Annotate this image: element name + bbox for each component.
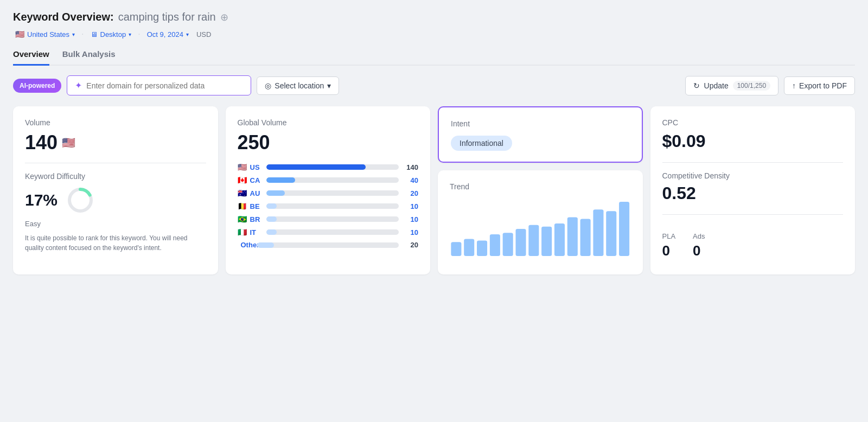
update-label: Update: [704, 81, 729, 90]
svg-rect-13: [593, 209, 603, 256]
svg-rect-5: [490, 234, 500, 256]
volume-flag: 🇺🇸: [62, 136, 75, 149]
separator-1: ·: [81, 29, 84, 39]
country-row: 🇧🇪 BE 10: [238, 202, 419, 210]
kd-label: Keyword Difficulty: [25, 172, 206, 181]
country-row: 🇺🇸 US 140: [238, 163, 419, 171]
country-bar-container: [266, 164, 399, 170]
svg-rect-6: [503, 233, 513, 256]
svg-rect-14: [606, 211, 616, 256]
country-bar-fill: [266, 229, 277, 235]
country-num-value: 10: [402, 215, 418, 223]
separator-2: ·: [138, 29, 140, 39]
gv-value: 250: [238, 131, 419, 154]
country-bar-container: [257, 242, 399, 248]
location-select-label: Select location: [275, 81, 324, 90]
country-filter-btn[interactable]: 🇺🇸 United States ▾: [13, 29, 77, 40]
country-flag-icon: 🇧🇪: [238, 202, 247, 210]
domain-input[interactable]: [86, 81, 243, 90]
country-flag: 🇺🇸: [15, 30, 24, 39]
add-keyword-icon[interactable]: ⊕: [220, 11, 228, 23]
divider-2: [662, 162, 844, 163]
country-flag-icon: 🇨🇦: [238, 176, 247, 184]
svg-rect-9: [541, 227, 552, 256]
country-bar-fill: [266, 190, 285, 196]
cd-label: Competitive Density: [662, 171, 844, 180]
country-bar-fill: [257, 242, 274, 248]
cd-value: 0.52: [662, 183, 844, 203]
export-icon: ↑: [792, 81, 796, 90]
country-row: 🇨🇦 CA 40: [238, 176, 419, 184]
date-filter-btn[interactable]: Oct 9, 2024 ▾: [145, 29, 191, 40]
tabs-container: Overview Bulk Analysis: [13, 49, 855, 66]
country-code-label: US: [250, 163, 263, 171]
country-rows: 🇺🇸 US 140 🇨🇦 CA 40 🇦🇺 AU 20 🇧🇪 BE: [238, 163, 419, 249]
ads-label: Ads: [693, 232, 705, 240]
pla-item: PLA 0: [662, 232, 676, 259]
pla-label: PLA: [662, 232, 676, 240]
page-title-keyword: camping tips for rain: [118, 11, 216, 23]
volume-kd-card: Volume 140 🇺🇸 Keyword Difficulty 17% Eas…: [13, 106, 218, 274]
country-code-label: BR: [250, 215, 263, 223]
ai-bar-right: ↻ Update 100/1,250 ↑ Export to PDF: [685, 76, 855, 95]
country-code-label: CA: [250, 176, 263, 184]
update-refresh-icon: ↻: [693, 81, 700, 90]
pla-value: 0: [662, 242, 676, 259]
country-chevron-icon: ▾: [72, 31, 75, 37]
global-volume-card: Global Volume 250 🇺🇸 US 140 🇨🇦 CA 40 🇦🇺 …: [226, 106, 431, 274]
country-num-value: 140: [402, 163, 418, 171]
sparkle-icon: ✦: [75, 80, 82, 91]
country-bar-fill: [266, 203, 277, 209]
country-flag-icon: 🇺🇸: [238, 163, 247, 171]
intent-trend-column: Intent Informational Trend: [438, 106, 643, 274]
page-title-label: Keyword Overview:: [13, 11, 114, 23]
volume-label: Volume: [25, 118, 206, 127]
divider-3: [662, 214, 844, 215]
country-num-value: 10: [402, 228, 418, 236]
date-chevron-icon: ▾: [186, 31, 189, 37]
ai-powered-badge: AI-powered: [13, 79, 61, 93]
device-filter-btn[interactable]: 🖥 Desktop ▾: [88, 29, 134, 40]
country-row: Other 20: [238, 241, 419, 249]
date-label: Oct 9, 2024: [147, 30, 183, 39]
page-header: Keyword Overview: camping tips for rain …: [13, 11, 855, 23]
sub-header-filters: 🇺🇸 United States ▾ · 🖥 Desktop ▾ · Oct 9…: [13, 29, 855, 40]
tab-bulk-analysis[interactable]: Bulk Analysis: [62, 49, 116, 66]
country-bar-fill: [266, 164, 366, 170]
update-btn[interactable]: ↻ Update 100/1,250: [685, 76, 779, 95]
svg-rect-8: [528, 225, 539, 256]
trend-card: Trend: [438, 170, 643, 274]
trend-label: Trend: [450, 182, 631, 191]
export-label: Export to PDF: [799, 81, 847, 90]
update-count: 100/1,250: [733, 81, 770, 91]
svg-rect-3: [464, 239, 474, 256]
device-icon: 🖥: [91, 30, 98, 39]
divider-1: [25, 163, 206, 163]
cards-grid: Volume 140 🇺🇸 Keyword Difficulty 17% Eas…: [13, 106, 855, 274]
country-bar-fill: [266, 216, 277, 222]
ads-value: 0: [693, 242, 705, 259]
svg-rect-11: [567, 218, 578, 256]
country-flag-icon: 🇧🇷: [238, 215, 247, 223]
kd-easy-badge: Easy: [25, 220, 206, 228]
svg-rect-12: [580, 219, 591, 256]
pla-ads-row: PLA 0 Ads 0: [662, 232, 844, 259]
country-flag-icon: 🇮🇹: [238, 228, 247, 236]
intent-badge: Informational: [451, 136, 512, 151]
country-row: 🇦🇺 AU 20: [238, 189, 419, 197]
country-row: 🇧🇷 BR 10: [238, 215, 419, 223]
gv-label: Global Volume: [238, 118, 419, 127]
tab-overview[interactable]: Overview: [13, 49, 49, 66]
intent-card: Intent Informational: [438, 106, 643, 163]
country-bar-container: [266, 216, 399, 222]
currency-label: USD: [196, 30, 211, 39]
export-btn[interactable]: ↑ Export to PDF: [784, 76, 855, 95]
domain-input-wrapper: ✦: [67, 75, 251, 95]
country-flag-icon: 🇦🇺: [238, 189, 247, 197]
country-row: 🇮🇹 IT 10: [238, 228, 419, 236]
location-select-btn[interactable]: ◎ Select location ▾: [257, 76, 339, 95]
svg-rect-10: [554, 223, 565, 256]
country-num-value: 10: [402, 202, 418, 210]
cpc-value: $0.09: [662, 131, 844, 151]
country-bar-container: [266, 177, 399, 183]
